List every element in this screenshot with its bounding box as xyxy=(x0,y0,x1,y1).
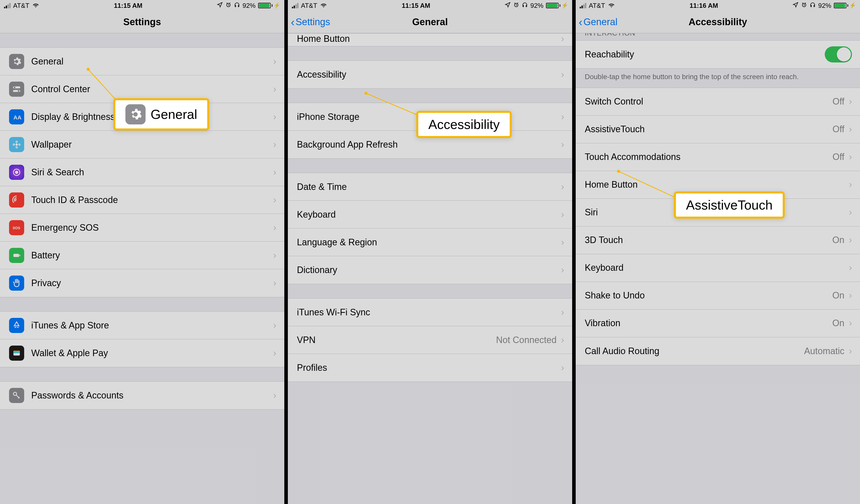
location-icon xyxy=(217,2,223,10)
status-time: 11:15 AM xyxy=(402,2,430,10)
row-label: Shake to Undo xyxy=(585,290,832,301)
settings-row[interactable]: SOS Emergency SOS › xyxy=(0,214,284,242)
svg-point-6 xyxy=(15,143,18,146)
gear-icon xyxy=(9,54,24,69)
chevron-right-icon: › xyxy=(273,56,276,67)
alarm-icon xyxy=(801,2,807,10)
headphones-icon xyxy=(234,2,240,10)
signal-icon xyxy=(292,3,298,8)
row-label: Date & Time xyxy=(297,182,561,192)
row-value: On xyxy=(832,318,844,329)
settings-row[interactable]: Battery › xyxy=(0,242,284,269)
svg-point-12 xyxy=(15,171,18,174)
back-button[interactable]: ‹ Settings xyxy=(291,17,330,28)
svg-rect-14 xyxy=(13,254,19,257)
row-value: On xyxy=(832,290,844,301)
status-bar: AT&T 11:15 AM 92% ⚡ xyxy=(0,0,284,11)
row-label: Touch ID & Passcode xyxy=(31,195,273,205)
settings-row[interactable]: Privacy › xyxy=(0,269,284,297)
accessibility-row[interactable]: Keyboard › xyxy=(576,254,860,282)
back-button[interactable]: ‹ General xyxy=(579,17,617,28)
svg-point-4 xyxy=(18,90,19,91)
alarm-icon xyxy=(225,2,231,10)
accessibility-row[interactable]: Switch Control Off › xyxy=(576,88,860,116)
toggles-icon xyxy=(9,82,24,97)
row-label: VPN xyxy=(297,335,496,345)
callout-label: AssistiveTouch xyxy=(686,198,773,213)
chevron-right-icon: › xyxy=(273,112,276,122)
svg-point-7 xyxy=(15,141,18,143)
row-value: Automatic xyxy=(804,346,844,356)
chevron-right-icon: › xyxy=(561,112,564,122)
row-value: Not Connected xyxy=(496,335,557,345)
settings-row[interactable]: Siri & Search › xyxy=(0,158,284,186)
page-title: Settings xyxy=(124,17,161,27)
general-row[interactable]: Keyboard › xyxy=(288,201,572,228)
accessibility-screen: AT&T 11:16 AM 92% ⚡ ‹ General Accessibil… xyxy=(576,0,860,504)
battery-icon: ⚡ xyxy=(258,2,280,9)
row-label: iTunes & App Store xyxy=(31,320,273,331)
accessibility-row[interactable]: Call Audio Routing Automatic › xyxy=(576,337,860,365)
svg-rect-15 xyxy=(19,255,20,256)
row-value: Off xyxy=(833,124,844,134)
svg-text:SOS: SOS xyxy=(13,226,20,230)
row-label: Emergency SOS xyxy=(31,222,273,233)
general-row[interactable]: Accessibility › xyxy=(288,61,572,88)
chevron-right-icon: › xyxy=(849,290,852,301)
chevron-right-icon: › xyxy=(561,335,564,345)
general-row[interactable]: iTunes Wi-Fi Sync › xyxy=(288,299,572,326)
chevron-right-icon: › xyxy=(849,262,852,273)
general-row[interactable]: VPN Not Connected › xyxy=(288,326,572,354)
row-value: Off xyxy=(833,96,844,107)
row-label: Control Center xyxy=(31,84,273,95)
row-label: Wallpaper xyxy=(31,139,273,150)
signal-icon xyxy=(580,3,586,8)
svg-rect-18 xyxy=(13,352,20,353)
nav-bar: ‹ Settings General xyxy=(288,11,572,33)
chevron-right-icon: › xyxy=(561,265,564,275)
chevron-right-icon: › xyxy=(849,318,852,329)
settings-row[interactable]: Passwords & Accounts › xyxy=(0,381,284,409)
general-row[interactable]: Home Button › xyxy=(288,33,572,46)
accessibility-row[interactable]: Shake to Undo On › xyxy=(576,282,860,309)
row-label: Wallet & Apple Pay xyxy=(31,348,273,358)
back-label: General xyxy=(584,17,617,27)
nav-bar: Settings xyxy=(0,11,284,33)
accessibility-row[interactable]: Vibration On › xyxy=(576,309,860,337)
chevron-right-icon: › xyxy=(273,320,276,331)
settings-row[interactable]: Wallpaper › xyxy=(0,131,284,158)
general-row[interactable]: Dictionary › xyxy=(288,256,572,284)
location-icon xyxy=(505,2,511,10)
accessibility-row[interactable]: Touch Accommodations Off › xyxy=(576,143,860,171)
svg-rect-17 xyxy=(13,351,20,352)
page-title: Accessibility xyxy=(688,17,747,27)
callout-label: Accessibility xyxy=(428,117,500,132)
settings-row[interactable]: Touch ID & Passcode › xyxy=(0,186,284,214)
battery-pct: 92% xyxy=(530,2,543,10)
wifi-icon xyxy=(32,2,40,10)
settings-row[interactable]: Wallet & Apple Pay › xyxy=(0,339,284,367)
status-bar: AT&T 11:16 AM 92% ⚡ xyxy=(576,0,860,11)
toggle-on[interactable] xyxy=(825,46,852,62)
headphones-icon xyxy=(522,2,528,10)
chevron-right-icon: › xyxy=(849,96,852,107)
chevron-right-icon: › xyxy=(273,250,276,261)
nav-bar: ‹ General Accessibility xyxy=(576,11,860,33)
chevron-right-icon: › xyxy=(273,139,276,150)
settings-row[interactable]: iTunes & App Store › xyxy=(0,312,284,339)
wifi-icon xyxy=(320,2,327,10)
general-row[interactable]: Language & Region › xyxy=(288,228,572,256)
svg-point-19 xyxy=(13,392,17,395)
general-row[interactable]: Date & Time › xyxy=(288,173,572,201)
sos-icon: SOS xyxy=(9,220,24,235)
settings-row[interactable]: General › xyxy=(0,48,284,75)
general-row[interactable]: Profiles › xyxy=(288,354,572,381)
accessibility-row[interactable]: 3D Touch On › xyxy=(576,227,860,254)
svg-point-9 xyxy=(13,143,15,146)
chevron-right-icon: › xyxy=(561,182,564,192)
row-label: Language & Region xyxy=(297,237,561,248)
accessibility-row[interactable]: AssistiveTouch Off › xyxy=(576,116,860,143)
battery-icon xyxy=(9,248,24,263)
svg-point-10 xyxy=(18,143,20,146)
row-reachability[interactable]: Reachability xyxy=(576,41,860,68)
